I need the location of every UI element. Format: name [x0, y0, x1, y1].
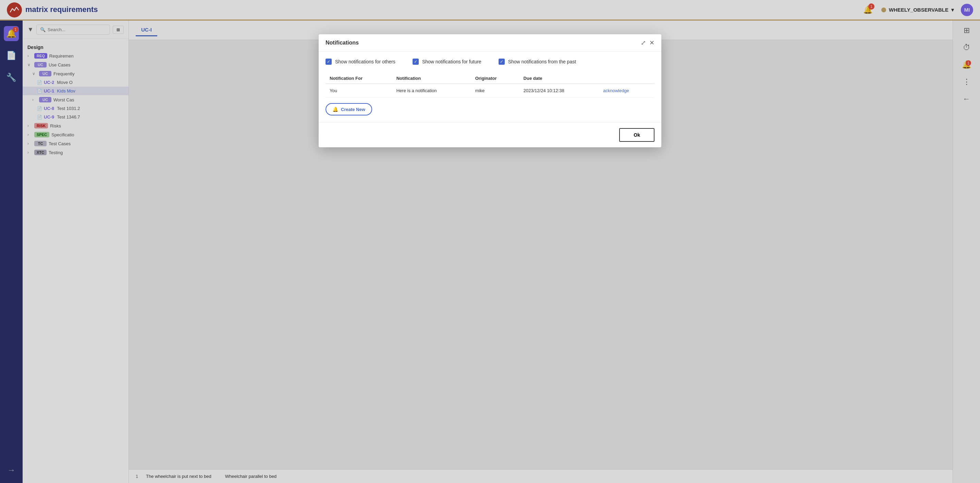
checkbox-others-label: Show notifications for others — [335, 59, 395, 64]
col-notification: Notification — [392, 73, 471, 84]
notif-text-cell: Here is a notification — [392, 84, 471, 98]
acknowledge-link[interactable]: acknowledge — [603, 88, 629, 93]
modal-close-button[interactable]: ✕ — [649, 39, 654, 46]
modal-overlay: Notifications ⤢ ✕ Show notifications for… — [0, 0, 980, 483]
checkbox-past-label: Show notifications from the past — [508, 59, 576, 64]
modal-header-actions: ⤢ ✕ — [641, 39, 654, 46]
col-originator: Originator — [471, 73, 519, 84]
notif-originator-cell: mike — [471, 84, 519, 98]
notifications-modal: Notifications ⤢ ✕ Show notifications for… — [319, 34, 661, 147]
notification-table: Notification For Notification Originator… — [326, 73, 654, 98]
notif-action-cell: acknowledge — [599, 84, 654, 98]
create-new-label: Create New — [341, 107, 365, 112]
checkbox-others: Show notifications for others — [326, 59, 395, 65]
checkbox-future-label: Show notifications for future — [422, 59, 481, 64]
checkbox-past: Show notifications from the past — [499, 59, 576, 65]
modal-title: Notifications — [326, 40, 359, 46]
notif-due-date-cell: 2023/12/24 10:12:38 — [519, 84, 599, 98]
checkbox-others-icon[interactable] — [326, 59, 332, 65]
notif-table-body: You Here is a notification mike 2023/12/… — [326, 84, 654, 98]
notif-table-head: Notification For Notification Originator… — [326, 73, 654, 84]
create-new-button[interactable]: 🔔 Create New — [326, 103, 372, 116]
checkbox-future-icon[interactable] — [412, 59, 419, 65]
col-due-date: Due date — [519, 73, 599, 84]
ok-button[interactable]: Ok — [619, 128, 654, 142]
col-action — [599, 73, 654, 84]
notif-table-header-row: Notification For Notification Originator… — [326, 73, 654, 84]
col-notification-for: Notification For — [326, 73, 392, 84]
bell-create-icon: 🔔 — [332, 106, 338, 112]
modal-body: Show notifications for others Show notif… — [319, 52, 661, 122]
modal-expand-button[interactable]: ⤢ — [641, 39, 646, 46]
modal-footer: Ok — [319, 122, 661, 147]
table-row: You Here is a notification mike 2023/12/… — [326, 84, 654, 98]
checkbox-future: Show notifications for future — [412, 59, 481, 65]
checkbox-past-icon[interactable] — [499, 59, 505, 65]
notif-for-cell: You — [326, 84, 392, 98]
modal-header: Notifications ⤢ ✕ — [319, 34, 661, 52]
checkbox-row: Show notifications for others Show notif… — [326, 59, 654, 65]
